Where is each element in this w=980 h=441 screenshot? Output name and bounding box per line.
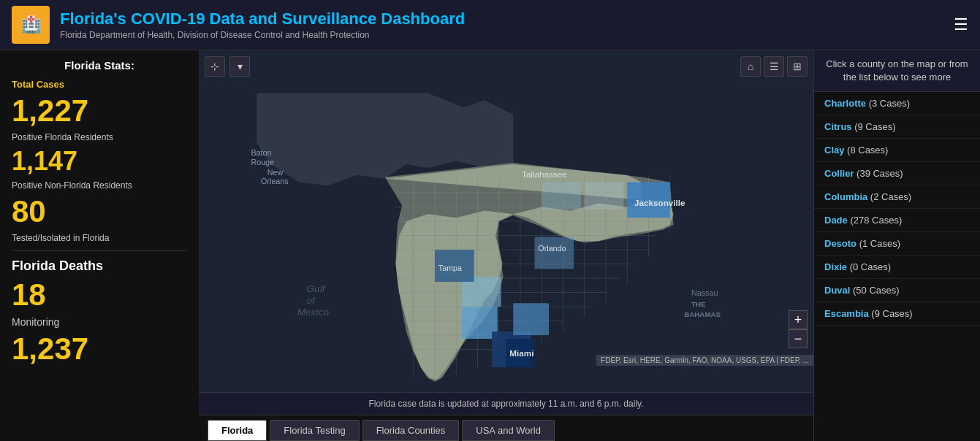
county-cases: (50 Cases) [853, 285, 900, 296]
svg-rect-39 [535, 237, 574, 269]
app-title: Florida's COVID-19 Data and Surveillance… [60, 9, 954, 28]
list-item[interactable]: Duval (50 Cases) [814, 279, 980, 302]
jacksonville-label: Jacksonville [634, 198, 685, 207]
county-cases: (39 Cases) [856, 168, 903, 179]
county-cases: (3 Cases) [869, 98, 910, 109]
svg-text:Orleans: Orleans [261, 177, 289, 185]
tested-label: Tested/Isolated in Florida [12, 233, 187, 243]
deaths-label: Florida Deaths [12, 258, 187, 274]
county-name: Dixie [824, 261, 850, 272]
positive-residents-value: 1,147 [12, 147, 187, 176]
list-item[interactable]: Collier (39 Cases) [814, 162, 980, 185]
county-cases: (0 Cases) [850, 261, 891, 272]
map-grid-button[interactable]: ⊞ [787, 56, 808, 77]
tab-florida-testing[interactable]: Florida Testing [270, 420, 359, 441]
county-name: Charlotte [824, 98, 869, 109]
zoom-out-button[interactable]: − [789, 329, 808, 348]
svg-rect-41 [585, 182, 624, 209]
county-cases: (1 Cases) [859, 238, 900, 249]
positive-residents-label: Positive Florida Residents [12, 132, 187, 142]
map-list-button[interactable]: ☰ [764, 56, 784, 77]
map-dropdown-tool[interactable]: ▾ [229, 56, 250, 77]
map-container[interactable]: ⊹ ▾ ⌂ ☰ ⊞ Gulf of Mexico New [199, 50, 813, 392]
svg-text:Baton: Baton [251, 148, 271, 157]
orlando-label: Orlando [538, 244, 566, 253]
total-cases-value: 1,227 [12, 94, 187, 128]
map-toolbar-left: ⊹ ▾ [205, 56, 250, 77]
app-logo: 🏥 [12, 6, 50, 44]
list-item[interactable]: Desoto (1 Cases) [814, 232, 980, 256]
map-select-tool[interactable]: ⊹ [205, 56, 225, 77]
map-footer: Florida case data is updated at approxim… [199, 392, 813, 415]
tampa-label: Tampa [438, 264, 462, 272]
map-area: ⊹ ▾ ⌂ ☰ ⊞ Gulf of Mexico New [199, 50, 813, 441]
svg-text:New: New [267, 168, 284, 177]
svg-text:THE: THE [691, 300, 706, 308]
tab-usa-and-world[interactable]: USA and World [462, 420, 555, 441]
svg-text:Mexico: Mexico [297, 307, 330, 318]
map-home-button[interactable]: ⌂ [740, 56, 761, 77]
svg-text:Rouge: Rouge [251, 158, 274, 166]
list-item[interactable]: Dixie (0 Cases) [814, 256, 980, 279]
logo-icon: 🏥 [21, 15, 41, 34]
deaths-value: 18 [12, 278, 187, 312]
county-name: Clay [824, 145, 847, 156]
svg-text:BAHAMAS: BAHAMAS [684, 310, 721, 318]
svg-rect-40 [542, 182, 581, 209]
tallahassee-label: Tallahassee [522, 169, 567, 179]
list-item[interactable]: Clay (8 Cases) [814, 139, 980, 162]
positive-non-residents-value: 80 [12, 195, 187, 229]
gulf-label: Gulf [307, 283, 326, 294]
map-zoom-controls: + − [789, 310, 808, 348]
miami-label: Miami [509, 348, 533, 358]
list-item[interactable]: Columbia (2 Cases) [814, 185, 980, 209]
svg-rect-36 [513, 303, 549, 335]
stat-divider [12, 250, 187, 251]
county-cases: (8 Cases) [847, 145, 888, 156]
map-footer-text: Florida case data is updated at approxim… [369, 399, 644, 409]
total-cases-label: Total Cases [12, 79, 187, 90]
monitoring-label: Monitoring [12, 316, 187, 328]
county-panel-header: Click a county on the map or from the li… [814, 50, 980, 92]
county-name: Collier [824, 168, 856, 179]
county-name: Escambia [824, 308, 871, 319]
map-toolbar-right: ⌂ ☰ ⊞ [740, 56, 808, 77]
county-cases: (278 Cases) [850, 215, 902, 226]
list-item[interactable]: Citrus (9 Cases) [814, 115, 980, 139]
app-subtitle: Florida Department of Health, Division o… [60, 30, 954, 40]
hamburger-menu-button[interactable]: ☰ [954, 15, 968, 34]
svg-text:of: of [307, 295, 316, 306]
county-name: Desoto [824, 238, 859, 249]
header-text-block: Florida's COVID-19 Data and Surveillance… [60, 9, 954, 40]
tab-florida-counties[interactable]: Florida Counties [362, 420, 460, 441]
monitoring-value: 1,237 [12, 332, 187, 366]
county-name: Duval [824, 285, 853, 296]
zoom-in-button[interactable]: + [789, 310, 808, 329]
county-list-panel: Click a county on the map or from the li… [813, 50, 980, 441]
florida-map-svg[interactable]: Gulf of Mexico New Orleans Baton Rouge [199, 50, 813, 392]
county-name: Dade [824, 215, 850, 226]
tab-florida[interactable]: Florida [208, 420, 267, 441]
map-attribution: FDEP, Esri, HERE, Garmin, FAO, NOAA, USG… [596, 355, 813, 366]
nassau-label: Nassau [691, 288, 718, 297]
stats-panel: Florida Stats: Total Cases 1,227 Positiv… [0, 50, 199, 441]
tab-bar: Florida Florida Testing Florida Counties… [199, 415, 813, 441]
florida-stats-title: Florida Stats: [12, 59, 187, 72]
county-cases: (2 Cases) [870, 191, 911, 202]
main-content: Florida Stats: Total Cases 1,227 Positiv… [0, 50, 980, 441]
county-name: Citrus [824, 121, 854, 132]
positive-non-residents-label: Positive Non-Florida Residents [12, 180, 187, 191]
county-cases: (9 Cases) [854, 121, 895, 132]
list-item[interactable]: Charlotte (3 Cases) [814, 92, 980, 115]
county-cases: (9 Cases) [871, 308, 912, 319]
county-list: Charlotte (3 Cases)Citrus (9 Cases)Clay … [814, 92, 980, 441]
list-item[interactable]: Dade (278 Cases) [814, 209, 980, 232]
app-header: 🏥 Florida's COVID-19 Data and Surveillan… [0, 0, 980, 50]
county-name: Columbia [824, 191, 870, 202]
list-item[interactable]: Escambia (9 Cases) [814, 302, 980, 326]
